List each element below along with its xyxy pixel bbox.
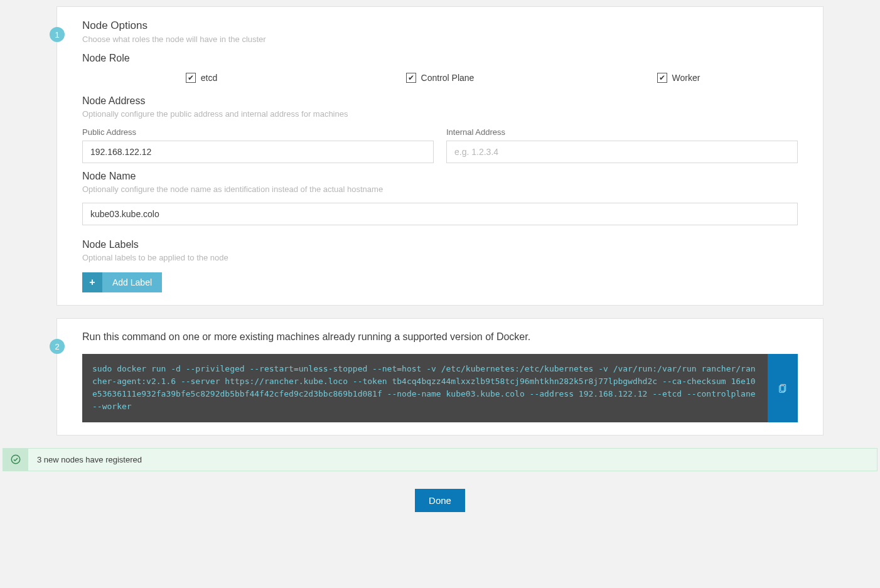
- svg-point-2: [11, 455, 20, 464]
- checkmark-icon: ✔: [186, 73, 196, 83]
- node-address-sub: Optionally configure the public address …: [82, 109, 798, 119]
- clipboard-icon: [778, 382, 788, 393]
- checkmark-icon: ✔: [406, 73, 416, 83]
- node-options-card: 1 Node Options Choose what roles the nod…: [56, 6, 824, 306]
- node-name-heading: Node Name: [82, 171, 798, 182]
- status-alert-text: 3 new nodes have registered: [28, 449, 877, 471]
- command-text[interactable]: sudo docker run -d --privileged --restar…: [82, 354, 768, 422]
- node-labels-sub: Optional labels to be applied to the nod…: [82, 253, 798, 262]
- node-options-title: Node Options: [82, 19, 798, 32]
- public-address-label: Public Address: [82, 127, 434, 137]
- success-icon: [3, 449, 28, 471]
- role-worker-label: Worker: [672, 73, 700, 83]
- node-name-sub: Optionally configure the node name as id…: [82, 184, 798, 194]
- step-badge-1: 1: [50, 27, 65, 42]
- role-worker-checkbox[interactable]: ✔ Worker: [657, 73, 700, 83]
- node-address-heading: Node Address: [82, 95, 798, 107]
- node-name-input[interactable]: [82, 203, 798, 225]
- node-labels-heading: Node Labels: [82, 239, 798, 250]
- plus-icon: +: [82, 272, 102, 292]
- role-controlplane-checkbox[interactable]: ✔ Control Plane: [406, 73, 475, 83]
- role-etcd-label: etcd: [201, 73, 217, 83]
- add-label-button[interactable]: + Add Label: [82, 272, 162, 292]
- node-role-row: ✔ etcd ✔ Control Plane ✔ Worker: [82, 73, 798, 83]
- role-controlplane-label: Control Plane: [421, 73, 475, 83]
- node-options-subtitle: Choose what roles the node will have in …: [82, 35, 798, 44]
- done-button[interactable]: Done: [415, 489, 465, 512]
- add-label-text: Add Label: [102, 272, 162, 292]
- run-command-description: Run this command on one or more existing…: [82, 331, 798, 343]
- internal-address-label: Internal Address: [446, 127, 798, 137]
- internal-address-input[interactable]: [446, 141, 798, 163]
- role-etcd-checkbox[interactable]: ✔ etcd: [186, 73, 217, 83]
- copy-button[interactable]: [768, 354, 798, 422]
- node-role-heading: Node Role: [82, 53, 798, 64]
- status-alert: 3 new nodes have registered: [3, 448, 877, 471]
- run-command-card: 2 Run this command on one or more existi…: [56, 318, 824, 436]
- step-badge-2: 2: [50, 339, 65, 354]
- checkmark-icon: ✔: [657, 73, 667, 83]
- public-address-input[interactable]: [82, 141, 434, 163]
